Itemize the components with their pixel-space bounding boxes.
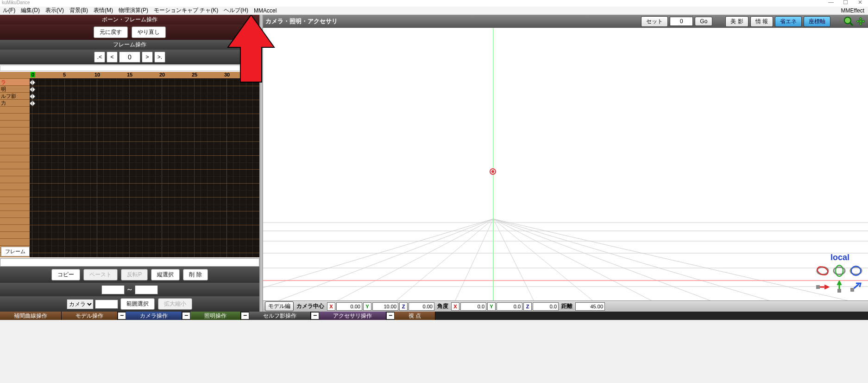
set-button[interactable]: セット <box>641 16 668 27</box>
move-y-gizmo[interactable] <box>832 281 847 294</box>
ruler-mark-15: 15 <box>127 72 132 77</box>
tab-accessory[interactable]: アクセサリ操作 <box>319 312 386 320</box>
distance-input[interactable] <box>575 302 605 311</box>
track-gravity[interactable]: 力 <box>0 100 30 107</box>
angle-x-button[interactable]: X <box>451 302 459 311</box>
menu-background[interactable]: 背景(B) <box>67 6 91 14</box>
svg-line-1 <box>850 23 853 26</box>
svg-point-24 <box>816 265 830 277</box>
info-button[interactable]: 情 報 <box>750 16 773 27</box>
range-end-input[interactable] <box>135 285 158 294</box>
center-z-button[interactable]: Z <box>399 302 408 311</box>
collapse-accessory[interactable]: − <box>311 312 319 319</box>
move-z-gizmo[interactable] <box>849 281 863 294</box>
track-camera[interactable]: ラ <box>0 79 30 86</box>
center-y-button[interactable]: Y <box>363 302 371 311</box>
keyframe[interactable] <box>30 86 36 93</box>
scale-button[interactable]: 拡大縮小 <box>158 298 192 310</box>
angle-z-input[interactable] <box>533 302 559 311</box>
keyframe[interactable] <box>30 93 36 100</box>
rotate-x-gizmo[interactable] <box>815 264 830 277</box>
camera-center-marker[interactable] <box>490 168 496 175</box>
tab-model[interactable]: モデル操作 <box>62 312 118 320</box>
undo-button[interactable]: 元に戻す <box>94 26 128 38</box>
collapse-light[interactable]: − <box>182 312 190 319</box>
menu-mocap[interactable]: モーションキャプ チャ(K) <box>151 6 221 14</box>
reverse-paste-button[interactable]: 反転P <box>121 269 148 281</box>
ruler-mark-25: 25 <box>192 72 197 77</box>
tab-camera[interactable]: カメラ操作 <box>126 312 182 320</box>
prev-frame-button[interactable]: < <box>107 51 118 63</box>
svg-rect-29 <box>816 285 820 289</box>
menu-edit[interactable]: 編集(D) <box>18 6 43 14</box>
move-x-gizmo[interactable] <box>815 281 830 294</box>
menu-mmeffect[interactable]: MMEffect <box>838 7 868 14</box>
collapse-camera[interactable]: − <box>118 312 126 319</box>
center-z-input[interactable] <box>409 302 434 311</box>
menu-expression[interactable]: 表情(M) <box>91 6 116 14</box>
timeline-scrollbar[interactable] <box>0 258 259 267</box>
target-select[interactable]: カメラ <box>67 299 94 309</box>
maximize-icon[interactable]: ☐ <box>843 0 849 6</box>
track-empty <box>0 134 30 141</box>
axes-button[interactable]: 座標軸 <box>804 16 830 27</box>
angle-x-input[interactable] <box>460 302 486 311</box>
angle-y-input[interactable] <box>497 302 522 311</box>
menu-mmaccel[interactable]: MMAccel <box>251 7 279 14</box>
timeline-ruler[interactable]: 0 5 10 15 20 25 30 <box>30 72 259 79</box>
magnifier-icon[interactable] <box>843 16 854 26</box>
center-y-input[interactable] <box>372 302 398 311</box>
next-frame-button[interactable]: > <box>142 51 153 63</box>
tab-selfshadow[interactable]: セルフ影操作 <box>249 312 311 320</box>
range-select-button[interactable]: 範囲選択 <box>120 298 155 310</box>
track-empty <box>0 169 30 176</box>
minimize-icon[interactable]: — <box>828 0 835 6</box>
delete-button[interactable]: 削 除 <box>183 269 208 281</box>
menu-view[interactable]: 表示(V) <box>43 6 67 14</box>
tab-light[interactable]: 照明操作 <box>190 312 241 320</box>
set-value-input[interactable] <box>670 17 693 26</box>
timeline-grid[interactable]: 0 5 10 15 20 25 30 <box>30 72 259 257</box>
menu-file[interactable]: ル(F) <box>0 6 18 14</box>
keyframe[interactable] <box>30 100 36 107</box>
angle-y-button[interactable]: Y <box>487 302 496 311</box>
panel-divider[interactable] <box>259 15 263 312</box>
collapse-view[interactable]: − <box>386 312 395 319</box>
name-field[interactable] <box>0 65 259 71</box>
copy-button[interactable]: コピー <box>51 269 80 281</box>
range-start-input[interactable] <box>101 285 125 294</box>
close-icon[interactable]: ✕ <box>858 0 864 6</box>
angle-z-button[interactable]: Z <box>523 302 532 311</box>
center-x-input[interactable] <box>336 302 362 311</box>
keyframe[interactable] <box>30 79 36 86</box>
move-icon[interactable] <box>855 16 866 26</box>
track-empty <box>0 183 30 190</box>
3d-viewport[interactable]: local <box>263 28 868 300</box>
tab-interpolation[interactable]: 補間曲線操作 <box>0 312 62 320</box>
eco-button[interactable]: 省エネ <box>775 16 802 27</box>
first-frame-button[interactable]: .< <box>94 51 105 63</box>
go-button[interactable]: Go <box>695 17 712 26</box>
track-empty <box>0 121 30 128</box>
bone-frame-header: ボーン・フレーム操作 <box>0 15 259 25</box>
frame-input[interactable] <box>119 51 140 63</box>
shadow-button[interactable]: 美 影 <box>725 16 748 27</box>
scale-input[interactable] <box>95 300 118 309</box>
track-light[interactable]: 明 <box>0 86 30 93</box>
collapse-selfshadow[interactable]: − <box>241 312 249 319</box>
menu-help[interactable]: ヘルプ(H) <box>221 6 251 14</box>
track-selfshadow[interactable]: ルフ影 <box>0 93 30 100</box>
menu-physics[interactable]: 物理演算(P) <box>116 6 151 14</box>
coordinate-bar: モデル編 カメラ中心 X Y Z 角度 X Y Z 距離 <box>263 300 868 312</box>
last-frame-button[interactable]: >. <box>154 51 165 63</box>
redo-button[interactable]: やり直し <box>132 26 166 38</box>
model-edit-button[interactable]: モデル編 <box>265 301 294 311</box>
rotate-y-gizmo[interactable] <box>832 264 847 277</box>
rotate-z-gizmo[interactable] <box>849 264 863 277</box>
center-x-button[interactable]: X <box>327 302 335 311</box>
frame-label-button[interactable]: フレーム <box>1 247 30 256</box>
vertical-select-button[interactable]: 縦選択 <box>151 269 180 281</box>
track-empty <box>0 141 30 148</box>
tab-viewpoint[interactable]: 視 点 <box>395 312 435 320</box>
paste-button[interactable]: ペースト <box>83 269 118 281</box>
